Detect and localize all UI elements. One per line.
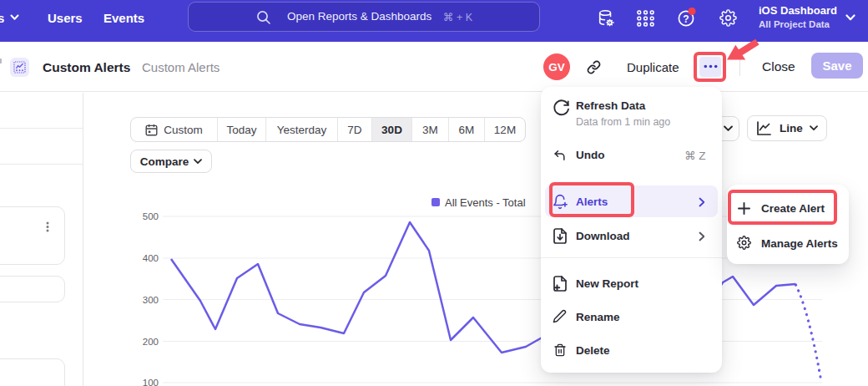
svg-text:200: 200 xyxy=(143,337,159,347)
svg-text:300: 300 xyxy=(143,295,159,305)
svg-text:100: 100 xyxy=(143,378,159,386)
svg-text:All Events - Total: All Events - Total xyxy=(445,196,526,209)
svg-text:?: ? xyxy=(683,13,689,25)
svg-text:400: 400 xyxy=(143,253,159,263)
svg-text:500: 500 xyxy=(143,211,159,221)
